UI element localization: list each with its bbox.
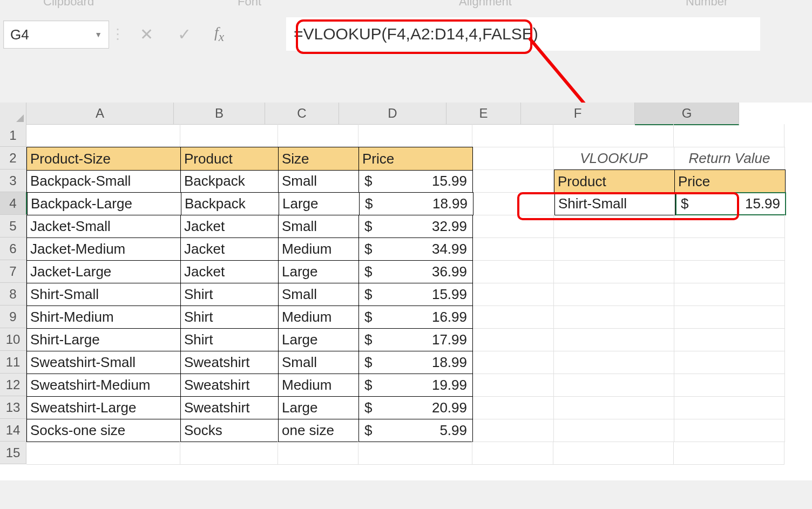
table-row[interactable]: $19.99 <box>359 374 473 397</box>
row-header-9[interactable]: 9 <box>0 306 26 328</box>
cell-C1[interactable] <box>278 124 358 147</box>
cell-G9[interactable] <box>674 306 785 329</box>
table-header-product-size[interactable]: Product-Size <box>26 147 181 171</box>
cell-G14[interactable] <box>674 419 785 442</box>
table-row[interactable]: Small <box>279 215 359 238</box>
table-row[interactable]: Shirt <box>181 283 279 306</box>
cell-E2[interactable] <box>473 147 554 170</box>
table-row[interactable]: Jacket <box>181 237 279 261</box>
row-header-14[interactable]: 14 <box>0 419 26 442</box>
row-header-3[interactable]: 3 <box>0 169 26 192</box>
cell-G12[interactable] <box>674 374 785 397</box>
row-header-8[interactable]: 8 <box>0 283 26 306</box>
lookup-header-price[interactable]: Price <box>675 169 786 193</box>
col-header-G[interactable]: G <box>635 103 739 125</box>
cell-F5[interactable] <box>554 215 674 238</box>
cell-G6[interactable] <box>674 237 785 261</box>
table-row[interactable]: Small <box>279 351 359 374</box>
lookup-header-product[interactable]: Product <box>554 169 675 193</box>
table-row[interactable]: Shirt-Large <box>26 328 181 351</box>
col-header-C[interactable]: C <box>265 103 339 125</box>
table-row[interactable]: Backpack <box>181 192 279 215</box>
cell-E13[interactable] <box>473 396 554 419</box>
table-row[interactable]: Large <box>279 260 359 283</box>
select-all-corner[interactable] <box>0 103 26 125</box>
table-row[interactable]: Sweatshirt <box>181 396 279 419</box>
cell-D1[interactable] <box>358 124 472 147</box>
table-row[interactable]: Sweatshirt-Small <box>26 351 181 374</box>
row-header-12[interactable]: 12 <box>0 374 26 396</box>
cell-B15[interactable] <box>180 442 278 465</box>
table-row[interactable]: Backpack <box>181 169 279 193</box>
fx-icon[interactable]: fx <box>203 24 235 44</box>
table-row[interactable]: Backpack-Large <box>27 192 181 215</box>
cell-F8[interactable] <box>554 283 674 306</box>
cell-F12[interactable] <box>554 374 674 397</box>
table-row[interactable]: $32.99 <box>359 215 473 238</box>
table-row[interactable]: Jacket-Medium <box>26 237 181 261</box>
col-header-E[interactable]: E <box>446 103 521 125</box>
table-row[interactable]: Jacket <box>181 215 279 238</box>
table-row[interactable]: Sweatshirt-Large <box>26 396 181 419</box>
table-row[interactable]: Shirt-Medium <box>26 306 181 329</box>
table-row[interactable]: $34.99 <box>359 237 473 261</box>
cell-B1[interactable] <box>180 124 278 147</box>
col-header-A[interactable]: A <box>26 103 174 125</box>
cell-A15[interactable] <box>26 442 180 465</box>
cell-G13[interactable] <box>674 396 785 419</box>
cell-E14[interactable] <box>473 419 554 442</box>
cell-E11[interactable] <box>473 351 554 374</box>
cell-F14[interactable] <box>554 419 674 442</box>
table-row[interactable]: Large <box>279 328 359 351</box>
label-return-value[interactable]: Return Value <box>674 147 785 170</box>
enter-formula-icon[interactable]: ✓ <box>165 25 203 44</box>
table-row[interactable]: Sweatshirt-Medium <box>26 374 181 397</box>
table-row[interactable]: Jacket-Small <box>26 215 181 238</box>
formula-bar[interactable]: =VLOOKUP(F4,A2:D14,4,FALSE) <box>286 17 760 51</box>
table-row[interactable]: Sweatshirt <box>181 374 279 397</box>
cell-E15[interactable] <box>472 442 553 465</box>
table-row[interactable]: Shirt <box>181 328 279 351</box>
table-row[interactable]: Jacket-Large <box>26 260 181 283</box>
cell-E1[interactable] <box>472 124 553 147</box>
cell-G15[interactable] <box>674 442 784 465</box>
cell-F10[interactable] <box>554 328 674 351</box>
table-row[interactable]: Sweatshirt <box>181 351 279 374</box>
label-vlookup[interactable]: VLOOKUP <box>554 147 674 170</box>
row-header-5[interactable]: 5 <box>0 215 26 237</box>
table-row[interactable]: $18.99 <box>360 192 473 215</box>
col-header-F[interactable]: F <box>521 103 635 125</box>
cell-D15[interactable] <box>358 442 472 465</box>
cell-G1[interactable] <box>674 124 784 147</box>
cell-F9[interactable] <box>554 306 674 329</box>
cell-A1[interactable] <box>26 124 180 147</box>
table-row[interactable]: Small <box>279 283 359 306</box>
table-row[interactable]: $15.99 <box>359 169 473 193</box>
col-header-D[interactable]: D <box>339 103 446 125</box>
row-header-10[interactable]: 10 <box>0 328 26 351</box>
table-header-product[interactable]: Product <box>181 147 279 171</box>
table-row[interactable]: Socks-one size <box>26 419 181 442</box>
cell-F15[interactable] <box>553 442 674 465</box>
cell-F7[interactable] <box>554 260 674 283</box>
table-row[interactable]: $16.99 <box>359 306 473 329</box>
cell-G5[interactable] <box>674 215 785 238</box>
cell-E10[interactable] <box>473 328 554 351</box>
spreadsheet-grid[interactable]: ABCDEFG 12Product-SizeProductSizePriceVL… <box>0 103 812 480</box>
cell-C15[interactable] <box>278 442 358 465</box>
table-row[interactable]: Socks <box>181 419 279 442</box>
table-row[interactable]: Medium <box>279 374 359 397</box>
lookup-value[interactable]: Shirt-Small <box>554 192 675 215</box>
name-box-dropdown-icon[interactable]: ▼ <box>94 30 102 39</box>
table-row[interactable]: $18.99 <box>359 351 473 374</box>
row-header-1[interactable]: 1 <box>0 124 26 147</box>
row-header-4[interactable]: 4 <box>0 192 27 215</box>
table-row[interactable]: Shirt-Small <box>26 283 181 306</box>
cell-E9[interactable] <box>473 306 554 329</box>
table-row[interactable]: Large <box>279 192 360 215</box>
table-row[interactable]: $5.99 <box>359 419 473 442</box>
table-row[interactable]: $20.99 <box>359 396 473 419</box>
cell-E3[interactable] <box>473 169 554 193</box>
table-row[interactable]: $15.99 <box>359 283 473 306</box>
row-header-15[interactable]: 15 <box>0 442 26 464</box>
